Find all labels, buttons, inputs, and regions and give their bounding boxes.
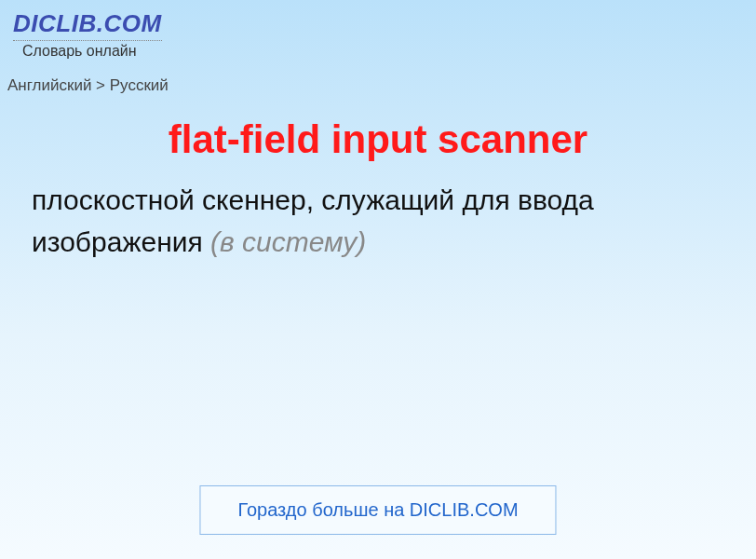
more-link[interactable]: Гораздо больше на DICLIB.COM	[199, 485, 556, 535]
entry-definition: плоскостной скеннер, служащий для ввода …	[0, 162, 756, 263]
entry-term: flat-field input scanner	[0, 117, 756, 162]
site-tagline: Словарь онлайн	[22, 43, 743, 60]
breadcrumb[interactable]: Английский > Русский	[0, 63, 756, 95]
header: DICLIB.COM Словарь онлайн	[0, 0, 756, 63]
site-logo[interactable]: DICLIB.COM	[13, 9, 162, 41]
definition-note: (в систему)	[210, 226, 366, 257]
